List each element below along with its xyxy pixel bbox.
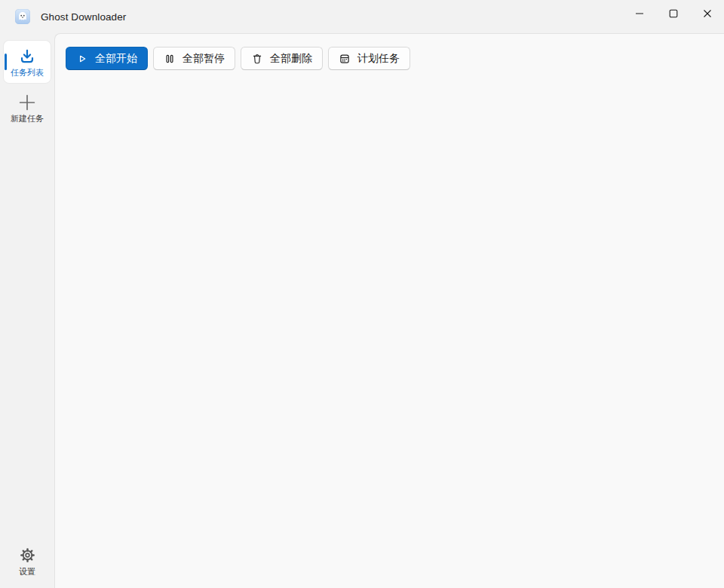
pause-icon <box>164 53 176 65</box>
calendar-icon <box>339 53 351 65</box>
button-label: 全部暂停 <box>183 52 225 66</box>
sidebar-item-label: 设置 <box>19 567 35 577</box>
main-panel: 全部开始 全部暂停 <box>54 33 724 588</box>
trash-icon <box>251 53 263 65</box>
button-label: 全部开始 <box>95 52 137 66</box>
sidebar-item-new-task[interactable]: 新建任务 <box>4 87 51 129</box>
close-icon <box>703 9 712 18</box>
titlebar: Ghost Downloader <box>0 0 724 33</box>
button-label: 全部删除 <box>270 52 312 66</box>
window-title: Ghost Downloader <box>41 11 126 23</box>
close-button[interactable] <box>690 0 724 27</box>
sidebar-item-label: 任务列表 <box>11 68 44 78</box>
start-all-button[interactable]: 全部开始 <box>66 47 148 70</box>
delete-all-button[interactable]: 全部删除 <box>241 47 323 70</box>
plus-icon <box>17 93 37 112</box>
toolbar: 全部开始 全部暂停 <box>55 34 724 70</box>
maximize-button[interactable] <box>656 0 690 27</box>
sidebar-item-settings[interactable]: 设置 <box>4 540 51 582</box>
task-list-empty-area <box>55 81 724 588</box>
ghost-app-icon <box>15 9 30 24</box>
selection-indicator <box>5 54 8 70</box>
minimize-button[interactable] <box>622 0 656 27</box>
sidebar: 任务列表 新建任务 <box>0 33 54 588</box>
pause-all-button[interactable]: 全部暂停 <box>153 47 235 70</box>
sidebar-item-label: 新建任务 <box>11 114 44 124</box>
sidebar-item-task-list[interactable]: 任务列表 <box>4 41 51 83</box>
maximize-icon <box>669 9 678 18</box>
scheduled-tasks-button[interactable]: 计划任务 <box>328 47 410 70</box>
minimize-icon <box>635 9 644 18</box>
gear-icon <box>17 546 37 565</box>
download-icon <box>17 47 37 66</box>
button-label: 计划任务 <box>357 52 400 66</box>
window-controls <box>622 0 724 27</box>
app-window: Ghost Downloader <box>0 0 724 588</box>
play-icon <box>76 53 88 65</box>
